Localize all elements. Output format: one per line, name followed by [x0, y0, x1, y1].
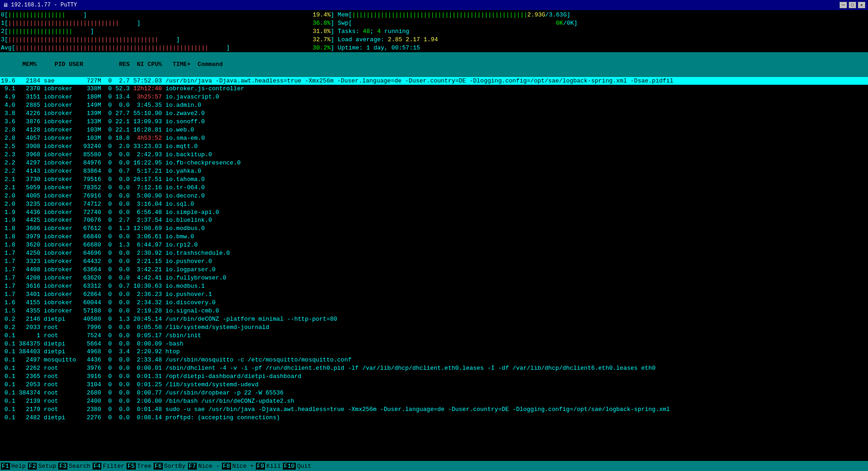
- terminal: 0[|||||||||||||||| ] 1[|||||||||||||||||…: [0, 10, 868, 461]
- table-row: 3.8 4226 iobroker 139M 0 27.7 55:10.90 i…: [0, 110, 868, 118]
- load-stat: 32.7%] Load average: 2.85 2.17 1.94: [312, 36, 868, 44]
- table-row: 0.1 2262 root 3976 0 0.0 0:00.01 /sbin/d…: [0, 364, 868, 372]
- table-header: MEM% PID USER RES NI CPU% TIME+ Command: [0, 52, 868, 77]
- table-row: 2.1 3730 iobroker 79516 0 0.0 26:17.51 i…: [0, 175, 868, 184]
- table-row: 0.1 2179 root 2380 0 0.0 0:01.48 sudo -u…: [0, 405, 868, 414]
- table-row: 0.1 2497 mosquitto 4436 0 0.0 2:33.48 /u…: [0, 356, 868, 364]
- fn-key-f10[interactable]: F10Quit: [283, 461, 313, 471]
- table-row: 2.8 4128 iobroker 103M 0 22.1 16:28.81 i…: [0, 126, 868, 134]
- fn-key-f5[interactable]: F5Tree: [127, 461, 153, 471]
- table-row: 0.1 2139 root 2400 0 0.0 2:06.00 /bin/ba…: [0, 397, 868, 405]
- table-row: 0.1 384374 root 2680 0 0.0 0:00.77 /usr/…: [0, 389, 868, 397]
- table-row: 0.1 2482 dietpi 2276 0 0.0 0:08.14 proft…: [0, 414, 868, 422]
- fn-key-f1[interactable]: F1Help: [1, 461, 27, 471]
- table-row: 0.1 1 root 7524 0 0.0 0:05.17 /sbin/init: [0, 332, 868, 340]
- fn-key-f8[interactable]: F8Nice +: [222, 461, 255, 471]
- cpu-bar-0: 0[|||||||||||||||| ]: [0, 11, 312, 19]
- table-row: 0.1 384403 dietpi 4968 0 3.4 2:20.92 hto…: [0, 348, 868, 356]
- table-row: 2.2 4297 iobroker 84976 0 0.0 16:22.95 i…: [0, 159, 868, 167]
- table-row: 2.1 5059 iobroker 78352 0 0.0 7:12.16 io…: [0, 184, 868, 192]
- restore-button[interactable]: □: [849, 2, 856, 8]
- fn-key-f9[interactable]: F9Kill: [256, 461, 282, 471]
- table-row: 4.9 3151 iobroker 180M 0 13.4 3h25:57 io…: [0, 93, 868, 101]
- table-row: 0.1 384375 dietpi 5664 0 0.0 0:00.09 -ba…: [0, 340, 868, 348]
- swp-stat: 36.8%] Swp[ 0K/0K]: [312, 19, 868, 27]
- table-row: 3.6 3876 iobroker 133M 0 22.1 13:09.93 i…: [0, 118, 868, 126]
- close-button[interactable]: ✕: [858, 2, 865, 8]
- uptime-stat: 30.2%] Uptime: 1 day, 00:57:15: [312, 44, 868, 52]
- fn-key-f2[interactable]: F2Setup: [28, 461, 58, 471]
- table-row: 2.5 3908 iobroker 93240 0 2.0 33:23.03 i…: [0, 142, 868, 151]
- title-bar: 🖥 192.168.1.77 - PuTTY ─ □ ✕: [0, 0, 868, 10]
- table-row: 2.3 3968 iobroker 85580 0 0.0 2:42.93 io…: [0, 151, 868, 159]
- window-title: 192.168.1.77 - PuTTY: [11, 2, 77, 8]
- minimize-button[interactable]: ─: [840, 2, 847, 8]
- table-row: 2.0 4005 iobroker 76916 0 0.0 5:00.90 io…: [0, 192, 868, 200]
- table-row: 1.7 3401 iobroker 62864 0 0.0 2:36.23 io…: [0, 290, 868, 299]
- cpu-bar-3: 3[||||||||||||||||||||||||||||||||||||||…: [0, 36, 312, 44]
- table-row: 1.7 4408 iobroker 63664 0 0.0 3:42.21 io…: [0, 266, 868, 274]
- cpu-bar-avg: Avg[||||||||||||||||||||||||||||||||||||…: [0, 44, 312, 52]
- cpu-bar-1: 1[||||||||||||||||||||||||||||||| ]: [0, 19, 312, 27]
- table-row: 1.7 4208 iobroker 63620 0 0.0 4:42.41 io…: [0, 274, 868, 282]
- table-row: 1.9 4425 iobroker 70676 0 2.7 2:37.54 io…: [0, 216, 868, 225]
- fn-key-f7[interactable]: F7Nice -: [188, 461, 221, 471]
- table-row: 1.7 3616 iobroker 63312 0 0.7 10:30.63 i…: [0, 282, 868, 290]
- table-row: 1.7 4250 iobroker 64696 0 0.0 2:30.92 io…: [0, 249, 868, 257]
- table-row: 2.8 4057 iobroker 103M 0 18.8 4h53:52 io…: [0, 134, 868, 142]
- table-row: 0.2 2033 root 7996 0 0.0 0:05.58 /lib/sy…: [0, 323, 868, 332]
- table-row: 1.8 3979 iobroker 66840 0 0.0 3:06.61 io…: [0, 233, 868, 241]
- fn-key-f3[interactable]: F3Search: [58, 461, 91, 471]
- bottom-bar[interactable]: F1HelpF2SetupF3SearchF4FilterF5TreeF6Sor…: [0, 461, 868, 471]
- table-row: 2.2 4143 iobroker 83864 0 0.7 5:17.21 io…: [0, 167, 868, 175]
- fn-key-f4[interactable]: F4Filter: [93, 461, 126, 471]
- table-row: 1.8 3620 iobroker 66680 0 1.3 6:44.97 io…: [0, 241, 868, 249]
- title-left: 🖥 192.168.1.77 - PuTTY: [3, 2, 77, 9]
- table-row: 9.1 2370 iobroker 338M 0 52.3 12h12:40 i…: [0, 85, 868, 93]
- table-row: 0.1 2053 root 3104 0 0.0 0:01.25 /lib/sy…: [0, 381, 868, 389]
- window-controls[interactable]: ─ □ ✕: [840, 2, 865, 8]
- table-row: 2.0 3235 iobroker 74712 0 0.0 3:16.04 io…: [0, 200, 868, 208]
- tasks-stat: 31.8%] Tasks: 48; 4 running: [312, 27, 868, 36]
- table-row: 19.6 2184 sae 727M 0 2.7 57:52.03 /usr/b…: [0, 77, 868, 85]
- cpu-bar-2: 2[|||||||||||||||||| ]: [0, 27, 312, 36]
- process-list: 19.6 2184 sae 727M 0 2.7 57:52.03 /usr/b…: [0, 77, 868, 422]
- table-row: 1.5 4355 iobroker 57188 0 0.0 2:19.28 io…: [0, 307, 868, 315]
- table-row: 1.8 3606 iobroker 67612 0 1.3 12:00.69 i…: [0, 225, 868, 233]
- table-row: 4.0 2885 iobroker 149M 0 0.0 3:45.35 io.…: [0, 101, 868, 110]
- table-row: 1.9 4436 iobroker 72740 0 0.0 6:56.48 io…: [0, 208, 868, 217]
- mem-stat: 19.4%] Mem[|||||||||||||||||||||||||||||…: [312, 11, 868, 19]
- app-icon: 🖥: [3, 2, 8, 9]
- table-row: 1.6 4155 iobroker 60044 0 0.0 2:34.32 io…: [0, 299, 868, 307]
- table-row: 0.2 2146 dietpi 40580 0 1.3 20:45.14 /us…: [0, 315, 868, 323]
- table-row: 0.1 2365 root 3916 0 0.0 0:01.31 /opt/di…: [0, 372, 868, 381]
- table-row: 1.7 3323 iobroker 64432 0 0.0 2:21.15 io…: [0, 257, 868, 266]
- fn-key-f6[interactable]: F6SortBy: [154, 461, 187, 471]
